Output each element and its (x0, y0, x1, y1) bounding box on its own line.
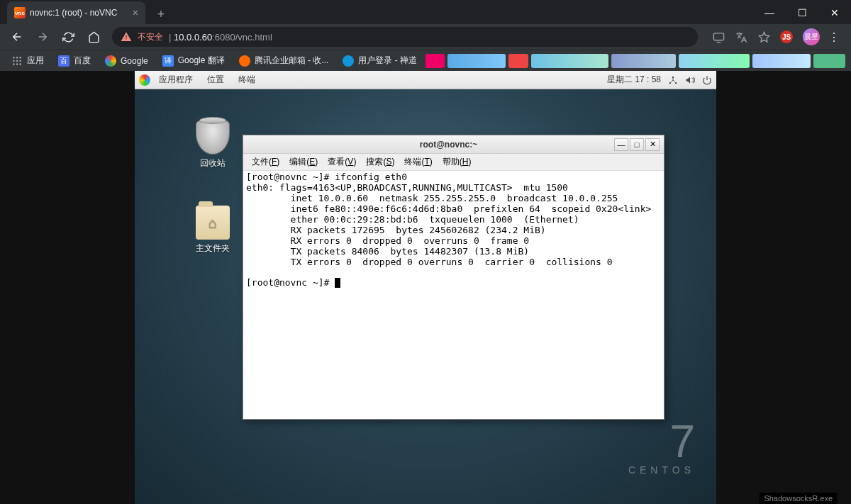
tab-favicon-icon: vnc (14, 7, 26, 18)
svg-marker-1 (759, 32, 769, 41)
bookmark-favicon-icon (343, 55, 354, 67)
profile-avatar[interactable]: 晨星 (803, 28, 820, 45)
svg-point-3 (16, 57, 18, 59)
bookmark-label: Google 翻译 (178, 55, 225, 67)
panel-clock[interactable]: 星期二 17 : 58 (607, 74, 661, 86)
svg-point-6 (16, 60, 18, 62)
bookmark-blurred (447, 54, 506, 68)
bookmark-favicon-icon: 译 (162, 55, 174, 67)
bookmark-label: Google (121, 56, 148, 66)
terminal-minimize-button[interactable]: — (614, 138, 628, 151)
terminal-title: root@novnc:~ (283, 140, 614, 150)
browser-tab[interactable]: vnc novnc:1 (root) - noVNC × (7, 1, 145, 24)
desktop-icon-label: 主文件夹 (188, 242, 238, 254)
terminal-window[interactable]: root@novnc:~ — □ ✕ 文件(F) 编辑(E) 查看(V) 搜索(… (243, 135, 664, 420)
extension-icons: JS (712, 30, 793, 43)
bookmark-label: 用户登录 - 禅道 (358, 55, 417, 67)
browser-toolbar: 不安全 | 10.0.0.60:6080/vnc.html JS 晨星 ⋮ (0, 24, 851, 50)
terminal-output[interactable]: [root@novnc ~]# ifconfig eth0 eth0: flag… (243, 171, 664, 419)
maximize-button[interactable]: ☐ (786, 1, 818, 24)
gnome-panel: 应用程序 位置 终端 星期二 17 : 58 (135, 71, 716, 89)
apps-shortcut[interactable]: 应用 (6, 52, 50, 69)
bookmark-blurred (611, 54, 676, 68)
svg-point-12 (669, 82, 671, 83)
terminal-menubar: 文件(F) 编辑(E) 查看(V) 搜索(S) 终端(T) 帮助(H) (243, 154, 664, 171)
folder-icon: ⌂ (196, 206, 230, 240)
close-button[interactable]: ✕ (818, 1, 851, 24)
bookmark-favicon-icon (105, 55, 116, 67)
svg-point-7 (19, 60, 21, 62)
volume-icon[interactable] (685, 75, 695, 85)
trash-icon (196, 121, 230, 155)
panel-applications[interactable]: 应用程序 (153, 72, 199, 87)
home-glyph-icon: ⌂ (208, 215, 217, 231)
svg-point-13 (675, 82, 677, 83)
apps-grid-icon (11, 55, 23, 67)
window-controls: — ☐ ✕ (753, 1, 851, 24)
browser-titlebar: vnc novnc:1 (root) - noVNC × + — ☐ ✕ (0, 0, 851, 24)
bookmark-item[interactable]: 腾讯企业邮箱 - 收... (233, 52, 335, 69)
windows-taskbar-hint: ShadowsocksR.exe (760, 493, 837, 504)
terminal-titlebar[interactable]: root@novnc:~ — □ ✕ (243, 135, 664, 154)
network-icon[interactable] (668, 75, 678, 85)
terminal-menu-search[interactable]: 搜索(S) (362, 155, 399, 169)
apps-label: 应用 (27, 55, 44, 67)
url-display: | 10.0.0.60:6080/vnc.html (169, 32, 272, 43)
terminal-menu-file[interactable]: 文件(F) (247, 155, 284, 169)
bookmark-blurred (752, 54, 811, 68)
svg-point-2 (13, 57, 15, 59)
bookmark-favicon-icon: 百 (58, 55, 69, 67)
centos-name: CENTOS (628, 464, 695, 476)
back-button[interactable] (6, 26, 28, 48)
bookmark-blurred (508, 54, 528, 68)
vnc-canvas[interactable]: 应用程序 位置 终端 星期二 17 : 58 回收站 ⌂ 主文件夹 7 CENT… (0, 71, 851, 504)
terminal-menu-edit[interactable]: 编辑(E) (285, 155, 322, 169)
forward-button[interactable] (31, 26, 54, 48)
bookmark-item[interactable]: Google (99, 52, 154, 69)
home-button[interactable] (82, 26, 105, 48)
new-tab-button[interactable]: + (151, 4, 171, 24)
panel-places[interactable]: 位置 (201, 72, 230, 87)
bookmark-label: 百度 (74, 55, 91, 67)
reload-button[interactable] (57, 26, 79, 48)
bookmark-item[interactable]: 译Google 翻译 (157, 52, 230, 69)
address-bar[interactable]: 不安全 | 10.0.0.60:6080/vnc.html (112, 27, 698, 47)
bookmark-item[interactable]: 用户登录 - 禅道 (337, 52, 423, 69)
insecure-icon (121, 31, 132, 43)
svg-point-5 (13, 60, 15, 62)
bookmark-item[interactable]: 百百度 (52, 52, 96, 69)
centos-watermark: 7 CENTOS (628, 419, 695, 476)
panel-terminal[interactable]: 终端 (233, 72, 261, 87)
remote-desktop: 应用程序 位置 终端 星期二 17 : 58 回收站 ⌂ 主文件夹 7 CENT… (135, 71, 716, 504)
tab-title: novnc:1 (root) - noVNC (30, 8, 117, 18)
terminal-menu-view[interactable]: 查看(V) (323, 155, 360, 169)
tab-close-icon[interactable]: × (133, 7, 138, 18)
svg-point-8 (13, 63, 15, 65)
terminal-maximize-button[interactable]: □ (630, 138, 644, 151)
svg-point-4 (19, 57, 21, 59)
bookmark-blurred (679, 54, 750, 68)
browser-menu-button[interactable]: ⋮ (823, 30, 845, 44)
translate-icon[interactable] (735, 30, 747, 43)
cast-icon[interactable] (712, 30, 725, 43)
centos-logo-icon (139, 74, 150, 86)
power-icon[interactable] (702, 75, 712, 85)
bookmark-blurred (425, 54, 445, 68)
desktop-trash[interactable]: 回收站 (188, 121, 238, 169)
svg-rect-0 (713, 33, 723, 40)
bookmark-favicon-icon (239, 55, 250, 67)
svg-point-10 (19, 63, 21, 65)
svg-point-11 (672, 76, 674, 77)
desktop-home-folder[interactable]: ⌂ 主文件夹 (188, 206, 238, 254)
star-icon[interactable] (757, 30, 770, 43)
terminal-menu-help[interactable]: 帮助(H) (438, 155, 476, 169)
bookmark-label: 腾讯企业邮箱 - 收... (255, 55, 329, 67)
minimize-button[interactable]: — (753, 1, 786, 24)
terminal-menu-terminal[interactable]: 终端(T) (400, 155, 436, 169)
centos-version: 7 (628, 419, 695, 464)
svg-point-9 (16, 63, 18, 65)
terminal-close-button[interactable]: ✕ (645, 138, 660, 151)
extension-badge-icon[interactable]: JS (780, 30, 793, 43)
insecure-label: 不安全 (138, 31, 163, 43)
bookmark-blurred (813, 54, 845, 68)
